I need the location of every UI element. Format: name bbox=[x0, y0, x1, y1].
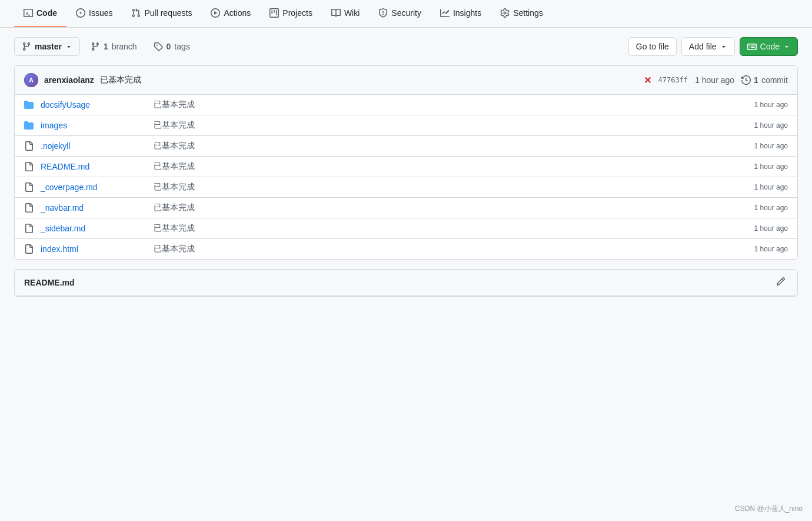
commit-author[interactable]: arenxiaolanz bbox=[44, 75, 94, 85]
file-commit-msg: 已基本完成 bbox=[154, 223, 728, 234]
code-button[interactable]: Code bbox=[740, 37, 798, 56]
nav-wiki-label: Wiki bbox=[344, 8, 360, 18]
nav-wiki[interactable]: Wiki bbox=[322, 0, 369, 27]
file-time: 1 hour ago bbox=[735, 121, 788, 130]
table-row: _sidebar.md 已基本完成 1 hour ago bbox=[15, 218, 797, 239]
nav-actions-label: Actions bbox=[224, 8, 251, 18]
readme-title: README.md bbox=[24, 278, 75, 287]
nav-pr-label: Pull requests bbox=[144, 8, 192, 18]
branch-info[interactable]: 1 branch bbox=[85, 39, 143, 54]
nav-projects[interactable]: Projects bbox=[260, 0, 322, 27]
file-time: 1 hour ago bbox=[735, 204, 788, 212]
code-btn-label: Code bbox=[760, 41, 780, 52]
insights-icon bbox=[440, 8, 450, 18]
commit-message: 已基本完成 bbox=[100, 75, 638, 85]
commit-count-num: 1 bbox=[754, 75, 758, 85]
folder-icon bbox=[24, 121, 34, 130]
file-table: A arenxiaolanz 已基本完成 ✕ 47763ff 1 hour ag… bbox=[14, 65, 798, 260]
nav-pr[interactable]: Pull requests bbox=[122, 0, 201, 27]
file-commit-msg: 已基本完成 bbox=[154, 161, 728, 172]
file-commit-msg: 已基本完成 bbox=[154, 120, 728, 131]
toolbar-left: master 1 branch 0 tags bbox=[14, 37, 624, 56]
commit-time: 1 hour ago bbox=[695, 75, 734, 85]
file-icon bbox=[24, 224, 34, 233]
table-row: _navbar.md 已基本完成 1 hour ago bbox=[15, 198, 797, 218]
nav-security[interactable]: Security bbox=[369, 0, 431, 27]
table-row: docsifyUsage 已基本完成 1 hour ago bbox=[15, 95, 797, 115]
commit-status-icon: ✕ bbox=[644, 75, 651, 86]
branch-label: branch bbox=[112, 42, 137, 51]
commit-meta: ✕ 47763ff 1 hour ago 1 commit bbox=[644, 75, 788, 86]
file-rows: docsifyUsage 已基本完成 1 hour ago images 已基本… bbox=[15, 95, 797, 259]
branch-name: master bbox=[35, 41, 62, 52]
file-time: 1 hour ago bbox=[735, 245, 788, 253]
file-commit-msg: 已基本完成 bbox=[154, 141, 728, 151]
security-icon bbox=[378, 8, 388, 18]
table-row: images 已基本完成 1 hour ago bbox=[15, 115, 797, 136]
go-to-file-label: Go to file bbox=[636, 41, 669, 52]
file-time: 1 hour ago bbox=[735, 224, 788, 233]
commit-sha[interactable]: 47763ff bbox=[658, 76, 688, 84]
file-icon bbox=[24, 244, 34, 254]
file-icon bbox=[24, 162, 34, 171]
branch-selector[interactable]: master bbox=[14, 37, 80, 56]
tag-count: 0 bbox=[167, 42, 171, 51]
commit-count-label: commit bbox=[761, 75, 788, 85]
go-to-file-button[interactable]: Go to file bbox=[628, 37, 677, 56]
wiki-icon bbox=[331, 8, 341, 18]
table-row: .nojekyll 已基本完成 1 hour ago bbox=[15, 136, 797, 157]
tag-label: tags bbox=[174, 42, 189, 51]
file-commit-msg: 已基本完成 bbox=[154, 203, 728, 213]
edit-readme-button[interactable] bbox=[774, 276, 788, 290]
file-name[interactable]: _coverpage.md bbox=[41, 182, 147, 192]
file-commit-msg: 已基本完成 bbox=[154, 99, 728, 110]
file-icon bbox=[24, 182, 34, 192]
file-icon bbox=[24, 141, 34, 151]
nav-settings[interactable]: Settings bbox=[491, 0, 553, 27]
file-name[interactable]: .nojekyll bbox=[41, 141, 147, 151]
projects-icon bbox=[269, 8, 279, 18]
readme-section: README.md bbox=[14, 269, 798, 297]
nav-settings-label: Settings bbox=[513, 8, 543, 18]
commit-count: 1 commit bbox=[741, 75, 788, 85]
file-commit-msg: 已基本完成 bbox=[154, 244, 728, 254]
file-name[interactable]: images bbox=[41, 121, 147, 130]
nav-security-label: Security bbox=[391, 8, 421, 18]
toolbar: master 1 branch 0 tags Go to file Add fi… bbox=[0, 28, 812, 65]
nav-insights-label: Insights bbox=[453, 8, 481, 18]
branch-count: 1 bbox=[104, 42, 108, 51]
file-time: 1 hour ago bbox=[735, 142, 788, 150]
tag-info[interactable]: 0 tags bbox=[148, 39, 196, 54]
file-name[interactable]: index.html bbox=[41, 244, 147, 254]
nav-issues-label: Issues bbox=[89, 8, 112, 18]
nav-issues[interactable]: Issues bbox=[66, 0, 122, 27]
actions-icon bbox=[211, 8, 220, 18]
pr-icon bbox=[131, 8, 141, 18]
nav-actions[interactable]: Actions bbox=[201, 0, 260, 27]
nav-projects-label: Projects bbox=[282, 8, 312, 18]
nav-insights[interactable]: Insights bbox=[431, 0, 491, 27]
repo-nav: Code Issues Pull requests Actions Projec… bbox=[0, 0, 812, 28]
folder-icon bbox=[24, 100, 34, 109]
file-name[interactable]: _sidebar.md bbox=[41, 224, 147, 233]
readme-header: README.md bbox=[15, 270, 797, 296]
commit-header: A arenxiaolanz 已基本完成 ✕ 47763ff 1 hour ag… bbox=[15, 66, 797, 95]
table-row: index.html 已基本完成 1 hour ago bbox=[15, 239, 797, 259]
add-file-button[interactable]: Add file bbox=[681, 37, 735, 56]
avatar: A bbox=[24, 73, 38, 87]
file-name[interactable]: docsifyUsage bbox=[41, 100, 147, 109]
add-file-label: Add file bbox=[689, 41, 717, 52]
file-time: 1 hour ago bbox=[735, 162, 788, 171]
nav-code-label: Code bbox=[36, 8, 57, 18]
toolbar-right: Go to file Add file Code bbox=[628, 37, 798, 56]
nav-code[interactable]: Code bbox=[14, 0, 66, 27]
table-row: README.md 已基本完成 1 hour ago bbox=[15, 157, 797, 177]
file-time: 1 hour ago bbox=[735, 183, 788, 191]
code-icon bbox=[24, 8, 33, 18]
file-time: 1 hour ago bbox=[735, 101, 788, 109]
table-row: _coverpage.md 已基本完成 1 hour ago bbox=[15, 177, 797, 198]
file-name[interactable]: README.md bbox=[41, 162, 147, 171]
file-name[interactable]: _navbar.md bbox=[41, 203, 147, 213]
settings-icon bbox=[500, 8, 510, 18]
file-commit-msg: 已基本完成 bbox=[154, 182, 728, 193]
